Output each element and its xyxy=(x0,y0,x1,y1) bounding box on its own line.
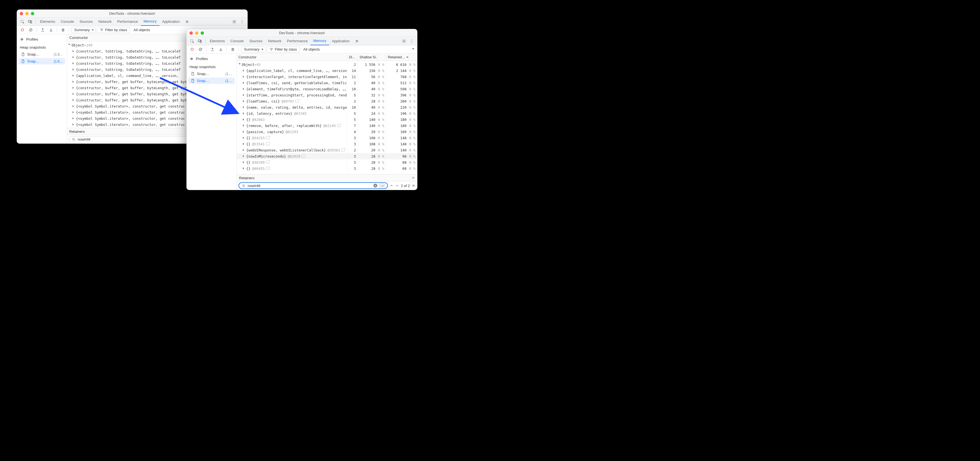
download-icon[interactable] xyxy=(217,46,224,52)
heap-object-row[interactable]: {remove, before, after, replaceWith}@621… xyxy=(237,122,417,129)
tab-performance[interactable]: Performance xyxy=(115,17,140,26)
close-icon[interactable] xyxy=(189,32,193,35)
tab-elements[interactable]: Elements xyxy=(207,37,228,45)
heap-object-row[interactable]: {element, timeToFirstByte, resourceLoadD… xyxy=(237,86,417,92)
tab-application[interactable]: Application xyxy=(159,17,183,26)
close-icon[interactable] xyxy=(20,12,23,15)
svg-point-11 xyxy=(22,39,23,40)
dropdown-icon[interactable] xyxy=(412,48,414,51)
profiles-header[interactable]: Profiles xyxy=(17,35,67,43)
svg-point-20 xyxy=(412,42,412,43)
snapshot-item[interactable]: Snap…(1.6… xyxy=(19,51,65,57)
heap-object-row[interactable]: {id, latency, entries}@623455240 %1960 % xyxy=(237,110,417,116)
titlebar: DevTools - chrome://version/ xyxy=(17,10,247,17)
heap-object-row[interactable]: {loadTimes, csi}@497072280 %2600 % xyxy=(237,98,417,104)
heap-object-row[interactable]: {startTime, processingStart, processingE… xyxy=(237,92,417,98)
zoom-icon[interactable] xyxy=(31,12,34,15)
next-match-icon[interactable] xyxy=(395,184,399,188)
inspect-icon[interactable] xyxy=(188,38,196,44)
tab-console[interactable]: Console xyxy=(58,17,77,26)
gc-icon[interactable] xyxy=(229,46,236,52)
heap-object-row[interactable]: {webUIResponse, webUIListenerCallback}@3… xyxy=(237,147,417,153)
settings-icon[interactable] xyxy=(231,19,238,25)
tab-elements[interactable]: Elements xyxy=(37,17,58,26)
shallow-pct-header[interactable] xyxy=(377,54,386,60)
upload-icon[interactable] xyxy=(39,27,46,33)
tab-sources[interactable]: Sources xyxy=(77,17,96,26)
tab-memory[interactable]: Memory xyxy=(310,37,329,45)
heap-object-row[interactable]: {}@5354131080 %1480 % xyxy=(237,141,417,147)
window-title: DevTools - chrome://version/ xyxy=(109,11,155,16)
snapshot-item[interactable]: Snap…(1.… xyxy=(188,71,235,77)
device-icon[interactable] xyxy=(196,38,204,44)
minimize-icon[interactable] xyxy=(195,32,198,35)
retained-column-header[interactable]: Retained… xyxy=(386,54,408,60)
prev-match-icon[interactable] xyxy=(390,184,393,188)
kebab-icon[interactable] xyxy=(239,19,246,25)
svg-point-17 xyxy=(404,41,404,42)
profiles-header[interactable]: Profiles xyxy=(187,55,237,63)
gc-icon[interactable] xyxy=(59,27,67,33)
download-icon[interactable] xyxy=(47,27,54,33)
search-input[interactable]: nowInM ✕ Aa xyxy=(239,182,388,189)
heap-object-row[interactable]: {interactionTarget, interactionTargetEle… xyxy=(237,74,417,80)
svg-point-7 xyxy=(21,29,24,31)
tab-console[interactable]: Console xyxy=(228,37,247,45)
distance-column-header[interactable]: Di… xyxy=(347,54,358,60)
tab-network[interactable]: Network xyxy=(266,37,284,45)
divider xyxy=(206,47,207,52)
divider xyxy=(35,19,36,24)
snapshot-item[interactable]: Snap…(1.6… xyxy=(19,58,65,65)
close-search-icon[interactable] xyxy=(412,184,415,188)
tab-network[interactable]: Network xyxy=(96,17,115,26)
menu-icon[interactable] xyxy=(412,176,415,179)
perspective-select[interactable]: Summary xyxy=(71,27,96,33)
heap-object-row[interactable]: {}@4266351400 %1800 % xyxy=(237,116,417,122)
snapshot-item[interactable]: Snap…(1.… xyxy=(188,78,235,84)
heap-object-row[interactable]: {passive, capture}@622934200 %1600 % xyxy=(237,129,417,135)
tab-application[interactable]: Application xyxy=(329,37,353,45)
heap-object-row[interactable]: {loadTimes, csi, send, getVariableValue,… xyxy=(237,80,417,86)
object-group-row[interactable]: Object ×4521 5560 %6 6160 % xyxy=(237,62,417,68)
tab-sources[interactable]: Sources xyxy=(247,37,266,45)
clear-search-icon[interactable]: ✕ xyxy=(374,184,377,188)
shallow-column-header[interactable]: Shallow Si… xyxy=(358,54,377,60)
svg-point-10 xyxy=(22,38,22,39)
device-icon[interactable] xyxy=(26,19,33,25)
upload-icon[interactable] xyxy=(209,46,216,52)
more-tabs-icon[interactable] xyxy=(183,19,190,25)
clear-icon[interactable] xyxy=(197,46,204,52)
retained-pct-header[interactable] xyxy=(408,54,417,60)
perspective-select[interactable]: Summary xyxy=(241,46,266,52)
svg-rect-23 xyxy=(232,49,234,51)
more-tabs-icon[interactable] xyxy=(353,38,360,44)
settings-icon[interactable] xyxy=(400,38,408,44)
heap-object-row[interactable]: {nowInMicroseconds}@620393280 %960 % xyxy=(237,153,417,159)
tab-memory[interactable]: Memory xyxy=(141,17,159,26)
svg-point-12 xyxy=(22,40,22,40)
divider xyxy=(205,39,205,44)
record-icon[interactable] xyxy=(19,27,26,33)
filter-input[interactable]: Filter by class xyxy=(267,46,300,52)
match-case-icon[interactable]: Aa xyxy=(380,184,385,188)
svg-rect-9 xyxy=(62,29,64,32)
all-objects-label[interactable]: All objects xyxy=(301,47,322,51)
heap-object-row[interactable]: {name, value, rating, delta, entries, id… xyxy=(237,104,417,110)
heap-object-row[interactable]: {}@3425331080 %1480 % xyxy=(237,135,417,141)
kebab-icon[interactable] xyxy=(408,38,415,44)
all-objects-label[interactable]: All objects xyxy=(131,28,152,32)
zoom-icon[interactable] xyxy=(200,32,204,35)
tab-performance[interactable]: Performance xyxy=(284,37,310,45)
window-title: DevTools - chrome://version/ xyxy=(279,31,325,35)
record-icon[interactable] xyxy=(188,46,196,52)
clear-icon[interactable] xyxy=(27,27,34,33)
constructor-column-header[interactable]: Constructor xyxy=(237,54,347,60)
heap-object-row[interactable]: {}@464553280 %680 % xyxy=(237,165,417,171)
filter-input[interactable]: Filter by class xyxy=(97,27,130,33)
divider xyxy=(226,47,227,52)
heap-object-row[interactable]: {application_label, cl, command_line, …,… xyxy=(237,68,417,74)
minimize-icon[interactable] xyxy=(25,12,29,15)
heap-object-row[interactable]: {}@383993280 %680 % xyxy=(237,159,417,165)
svg-point-18 xyxy=(412,40,412,40)
inspect-icon[interactable] xyxy=(19,19,26,25)
